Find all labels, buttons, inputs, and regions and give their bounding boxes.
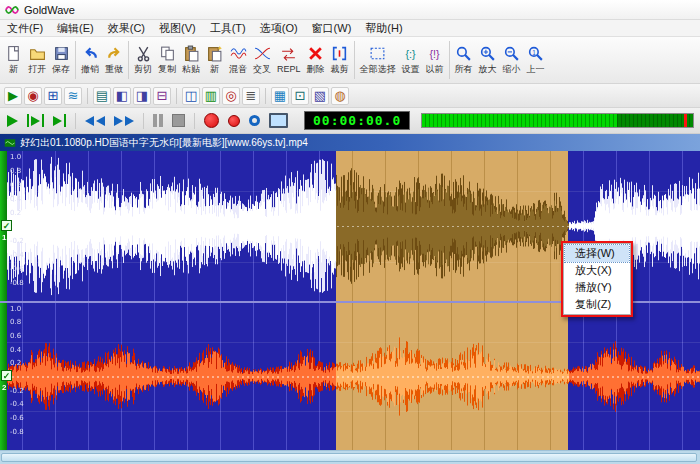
main-toolbar: 新打开保存撤销重做剪切复制粘贴新混音交叉REPL删除裁剪全部选择{:}设置{!}…	[0, 37, 700, 84]
toolbar-button-label: 删除	[307, 63, 325, 76]
trim-icon	[331, 45, 348, 62]
copy-icon	[159, 45, 176, 62]
toolbar-button-maglass[interactable]: 所有	[452, 39, 476, 81]
control-toolbar-icon[interactable]: ⊡	[291, 87, 309, 105]
toolbar-button-label: 所有	[455, 63, 473, 76]
toolbar-button-page[interactable]: 新	[2, 39, 25, 81]
time-display: 00:00:00.0	[304, 111, 410, 130]
horizontal-scrollbar[interactable]	[0, 450, 700, 464]
context-menu-item[interactable]: 播放(Y)	[565, 279, 629, 296]
toolbar-button-label: 放大	[479, 63, 497, 76]
toolbar-button-bracesbang[interactable]: {!}以前	[423, 39, 447, 81]
toolbar-button-label: 混音	[229, 63, 247, 76]
toolbar-button-braces[interactable]: {:}设置	[399, 39, 423, 81]
channel-2-number: 2	[2, 383, 6, 392]
control-toolbar-icon[interactable]: ◧	[113, 87, 131, 105]
context-menu-item[interactable]: 复制(Z)	[565, 296, 629, 313]
toolbar-button-copy[interactable]: 复制	[155, 39, 179, 81]
bracket-icon	[27, 114, 29, 127]
toolbar-button-redo[interactable]: 重做	[102, 39, 126, 81]
control-toolbar-icon[interactable]: ◨	[133, 87, 151, 105]
channel-2-checkbox[interactable]: ✓	[1, 370, 12, 381]
bracesbang-icon: {!}	[426, 45, 443, 62]
stop-button[interactable]	[169, 112, 188, 129]
record-button[interactable]	[201, 111, 222, 130]
toolbar-button-trim[interactable]: 裁剪	[328, 39, 352, 81]
control-toolbar-icon[interactable]: ▤	[93, 87, 111, 105]
toolbar-button-label: 复制	[158, 63, 176, 76]
pause-button[interactable]	[150, 112, 166, 129]
display-properties-button[interactable]	[266, 111, 291, 130]
rewind-button[interactable]	[82, 114, 108, 128]
menu-item[interactable]: 编辑(E)	[50, 20, 101, 37]
control-toolbar-icon[interactable]: ◍	[331, 87, 349, 105]
redo-icon	[106, 45, 123, 62]
context-menu-item[interactable]: 放大(X)	[565, 262, 629, 279]
toolbar-button-crossfade[interactable]: 交叉	[250, 39, 274, 81]
context-menu-list: 选择(W)放大(X)播放(Y)复制(Z)	[563, 243, 631, 315]
cut-icon	[135, 45, 152, 62]
divider	[354, 41, 355, 79]
play-button[interactable]	[4, 113, 21, 129]
goldwave-logo-icon	[5, 3, 19, 17]
control-toolbar-icon[interactable]: ⊟	[153, 87, 171, 105]
control-toolbar-icon[interactable]: ◎	[222, 87, 240, 105]
svg-text:1: 1	[532, 48, 536, 55]
rewind-icon	[85, 116, 94, 126]
control-toolbar-icon[interactable]: ≋	[64, 87, 82, 105]
fast-forward-button[interactable]	[111, 114, 137, 128]
divider	[75, 41, 76, 79]
play-selection-button[interactable]	[24, 112, 47, 129]
control-toolbar-icon[interactable]: ⊞	[44, 87, 62, 105]
menu-item[interactable]: 窗口(W)	[305, 20, 359, 37]
menu-item[interactable]: 帮助(H)	[358, 20, 409, 37]
toolbar-button-magminus[interactable]: 缩小	[500, 39, 524, 81]
toolbar-button-label: 全部选择	[360, 63, 396, 76]
magprev-icon: 1	[527, 45, 544, 62]
toolbar-button-label: 粘贴	[182, 63, 200, 76]
menu-item[interactable]: 视图(V)	[152, 20, 203, 37]
control-toolbar-icon[interactable]: ≣	[242, 87, 260, 105]
toolbar-button-undo[interactable]: 撤销	[78, 39, 102, 81]
toolbar-button-selectall[interactable]: 全部选择	[357, 39, 399, 81]
pastenew-icon	[206, 45, 223, 62]
control-toolbar-icon[interactable]: ▦	[271, 87, 289, 105]
toolbar-button-label: 新	[9, 63, 18, 76]
mix-icon	[230, 45, 247, 62]
paste-icon	[183, 45, 200, 62]
toolbar-button-paste[interactable]: 粘贴	[179, 39, 203, 81]
control-toolbar-icon[interactable]: ▥	[202, 87, 220, 105]
control-toolbar-icon[interactable]: ▧	[311, 87, 329, 105]
control-toolbar-icon[interactable]: ◫	[182, 87, 200, 105]
toolbar-button-magprev[interactable]: 1上一	[524, 39, 548, 81]
record-selection-button[interactable]	[225, 113, 243, 129]
toolbar-button-folder[interactable]: 打开	[25, 39, 49, 81]
stop-icon	[172, 114, 185, 127]
channel-1-checkbox[interactable]: ✓	[1, 220, 12, 231]
waveform-channel-2[interactable]	[7, 303, 700, 450]
svg-text:{!}: {!}	[429, 47, 439, 59]
menu-item[interactable]: 选项(O)	[253, 20, 305, 37]
monitor-button[interactable]	[246, 113, 263, 128]
toolbar-button-repl[interactable]: REPL	[274, 39, 304, 81]
menu-item[interactable]: 效果(C)	[101, 20, 152, 37]
context-menu-item[interactable]: 选择(W)	[565, 245, 629, 262]
control-toolbar-icon[interactable]: ◉	[24, 87, 42, 105]
selectall-icon	[369, 45, 386, 62]
play-all-button[interactable]	[50, 112, 69, 129]
toolbar-button-magplus[interactable]: 放大	[476, 39, 500, 81]
control-toolbar-icon[interactable]: ▶	[4, 87, 22, 105]
document-title-bar[interactable]: 好幻出01.1080p.HD国语中字无水印[最新电影][www.66ys.tv]…	[0, 134, 700, 151]
toolbar-button-cut[interactable]: 剪切	[131, 39, 155, 81]
menu-item[interactable]: 工具(T)	[203, 20, 253, 37]
menu-item[interactable]: 文件(F)	[0, 20, 50, 37]
toolbar-button-floppy[interactable]: 保存	[49, 39, 73, 81]
record-icon	[228, 115, 240, 127]
scrollbar-thumb[interactable]	[1, 453, 697, 462]
svg-text:{:}: {:}	[405, 47, 415, 59]
monitor-icon	[249, 115, 260, 126]
toolbar-button-delete[interactable]: 删除	[304, 39, 328, 81]
toolbar-button-mix[interactable]: 混音	[226, 39, 250, 81]
folder-icon	[29, 45, 46, 62]
toolbar-button-pastenew[interactable]: 新	[203, 39, 226, 81]
